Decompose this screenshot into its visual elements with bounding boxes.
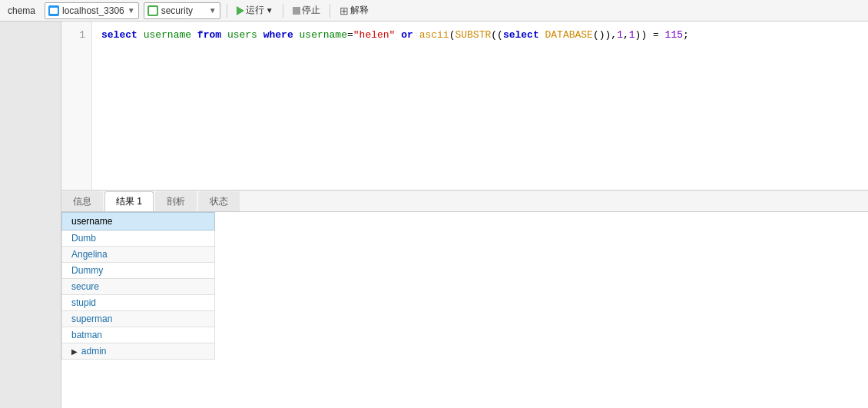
- table-row: secure: [62, 279, 215, 295]
- table-row: Dummy: [62, 263, 215, 279]
- stop-label: 停止: [302, 4, 320, 17]
- run-button[interactable]: 运行 ▼: [234, 4, 277, 17]
- db-icon: [147, 5, 158, 16]
- table-row: Angelina: [62, 247, 215, 263]
- tab-results[interactable]: 结果 1: [104, 191, 154, 211]
- col-header-username: username: [62, 213, 215, 231]
- db-dropdown[interactable]: security ▼: [144, 2, 220, 19]
- toolbar-separator-1: [227, 4, 227, 18]
- stop-icon: [293, 7, 300, 15]
- results-table: username DumbAngelinaDummysecurestupidsu…: [61, 212, 215, 360]
- run-dropdown-arrow: ▼: [266, 6, 273, 15]
- table-cell-username: secure: [62, 279, 215, 295]
- table-row: ▶ admin: [62, 343, 215, 360]
- toolbar-separator-3: [330, 4, 330, 18]
- table-row: superman: [62, 311, 215, 327]
- explain-icon: ⊞: [340, 5, 349, 17]
- line-numbers: 1: [61, 22, 92, 190]
- play-icon: [237, 6, 244, 15]
- table-cell-username: Dumb: [62, 231, 215, 247]
- server-dropdown-arrow: ▼: [128, 6, 135, 15]
- table-cell-username: ▶ admin: [62, 343, 215, 360]
- line-num-1: 1: [61, 28, 91, 43]
- tab-profile[interactable]: 剖析: [155, 191, 197, 211]
- stop-button[interactable]: 停止: [290, 4, 323, 17]
- explain-button[interactable]: ⊞ 解释: [336, 4, 372, 17]
- table-row: stupid: [62, 295, 215, 311]
- explain-label: 解释: [350, 4, 369, 17]
- tab-status[interactable]: 状态: [198, 191, 240, 211]
- table-cell-username: stupid: [62, 295, 215, 311]
- toolbar-separator-2: [283, 4, 283, 18]
- main-area: 1 select username from users where usern…: [0, 22, 868, 408]
- tab-info[interactable]: 信息: [61, 191, 103, 211]
- server-dropdown[interactable]: localhost_3306 ▼: [45, 2, 139, 19]
- table-cell-username: Angelina: [62, 247, 215, 263]
- db-dropdown-arrow: ▼: [209, 6, 217, 15]
- table-cell-username: superman: [62, 311, 215, 327]
- table-cell-username: Dummy: [62, 263, 215, 279]
- server-icon: [48, 5, 59, 16]
- run-label: 运行: [246, 4, 264, 17]
- code-content[interactable]: select username from users where usernam…: [92, 22, 868, 190]
- bottom-panel: 信息 结果 1 剖析 状态 username DumbAngelinaDummy…: [61, 191, 868, 408]
- table-row: batman: [62, 327, 215, 343]
- editor-container: 1 select username from users where usern…: [61, 22, 868, 408]
- schema-label: chema: [3, 5, 40, 16]
- sidebar: [0, 22, 61, 408]
- toolbar: chema localhost_3306 ▼ security ▼ 运行 ▼ 停…: [0, 0, 868, 22]
- code-editor: 1 select username from users where usern…: [61, 22, 868, 191]
- server-dropdown-text: localhost_3306: [62, 5, 124, 16]
- db-dropdown-text: security: [161, 5, 206, 16]
- expand-arrow[interactable]: ▶: [71, 347, 80, 356]
- table-cell-username: batman: [62, 327, 215, 343]
- results-container[interactable]: username DumbAngelinaDummysecurestupidsu…: [61, 212, 868, 408]
- table-row: Dumb: [62, 231, 215, 247]
- tabs-bar: 信息 结果 1 剖析 状态: [61, 191, 868, 212]
